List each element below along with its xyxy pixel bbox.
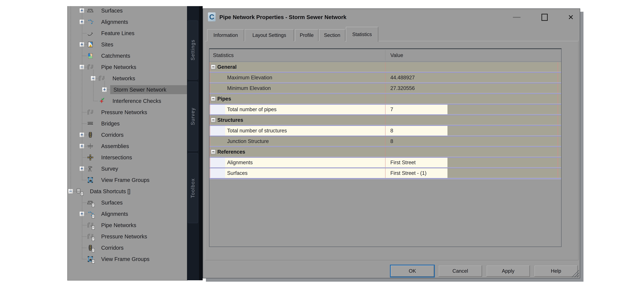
tree-item-intersections[interactable]: Intersections bbox=[68, 153, 188, 162]
tree-item-view-frame-groups[interactable]: View Frame Groups bbox=[68, 176, 188, 185]
column-divider[interactable] bbox=[385, 50, 386, 60]
tree-item-view-frame-groups[interactable]: View Frame Groups bbox=[68, 254, 188, 264]
close-button[interactable]: ✕ bbox=[563, 11, 579, 24]
tree-item-sites[interactable]: +Sites bbox=[68, 40, 188, 49]
group-collapse-minus-icon[interactable]: − bbox=[211, 64, 216, 70]
tree-item-pipe-networks[interactable]: −Pipe Networks bbox=[68, 62, 188, 72]
tree-item-alignments[interactable]: +Alignments bbox=[68, 209, 188, 218]
view-frame-group-shortcut-icon bbox=[87, 256, 94, 262]
corridor-icon bbox=[87, 132, 94, 138]
dialog-titlebar[interactable]: C Pipe Network Properties - Storm Sewer … bbox=[203, 9, 580, 25]
group-collapse-minus-icon[interactable]: − bbox=[211, 150, 216, 154]
side-tab-settings[interactable]: Settings bbox=[188, 20, 198, 80]
table-row-total-number-of-structures[interactable]: Total number of structures8 bbox=[210, 126, 561, 136]
tree-item-label: View Frame Groups bbox=[101, 176, 150, 185]
row-label: Junction Structure bbox=[227, 136, 269, 146]
table-group-row-references[interactable]: −References bbox=[210, 147, 561, 157]
statistics-table: Statistics Value −GeneralMaximum Elevati… bbox=[209, 48, 562, 247]
civil3d-icon: C bbox=[208, 12, 216, 21]
tab-information[interactable]: Information bbox=[207, 29, 244, 41]
row-red-right-border bbox=[558, 84, 558, 93]
column-header-statistics[interactable]: Statistics bbox=[213, 49, 234, 61]
table-row-maximum-elevation[interactable]: Maximum Elevation44.488927 bbox=[210, 73, 561, 82]
tab-profile[interactable]: Profile bbox=[295, 29, 318, 41]
tree-item-catchments[interactable]: Catchments bbox=[68, 51, 188, 60]
tree-item-label: Interference Checks bbox=[112, 96, 161, 106]
tree-item-pipe-networks[interactable]: Pipe Networks bbox=[68, 220, 188, 230]
group-label: Structures bbox=[217, 115, 243, 125]
side-tab-survey[interactable]: Survey bbox=[188, 82, 198, 151]
tree-item-feature-lines[interactable]: Feature Lines bbox=[68, 28, 188, 38]
minimize-button[interactable] bbox=[508, 11, 525, 24]
table-row-total-number-of-pipes[interactable]: Total number of pipes7 bbox=[210, 105, 561, 114]
tree-connector bbox=[82, 259, 86, 259]
group-collapse-minus-icon[interactable]: − bbox=[211, 118, 216, 122]
column-header-value[interactable]: Value bbox=[390, 49, 403, 61]
tree-item-bridges[interactable]: Bridges bbox=[68, 119, 188, 128]
group-collapse-minus-icon[interactable]: − bbox=[211, 96, 216, 101]
row-red-column-divider bbox=[385, 62, 386, 72]
tree-item-surfaces[interactable]: +Surfaces bbox=[68, 6, 188, 15]
maximize-button[interactable] bbox=[536, 11, 553, 24]
site-icon bbox=[87, 41, 94, 48]
tree-item-corridors[interactable]: Corridors bbox=[68, 243, 188, 252]
row-red-column-divider bbox=[385, 94, 386, 104]
shortcut-badge-icon bbox=[92, 237, 95, 241]
tree-item-corridors[interactable]: +Corridors bbox=[68, 130, 188, 140]
tree-item-assemblies[interactable]: +Assemblies bbox=[68, 142, 188, 151]
tab-statistics[interactable]: Statistics bbox=[346, 27, 378, 42]
tree-connector bbox=[84, 168, 87, 169]
row-red-right-border bbox=[558, 168, 558, 178]
table-row-junction-structure[interactable]: Junction Structure8 bbox=[210, 136, 561, 146]
row-red-left-border bbox=[210, 158, 210, 167]
tree-item-surfaces[interactable]: Surfaces bbox=[68, 198, 188, 207]
row-red-column-divider bbox=[385, 115, 386, 125]
row-highlight-indent bbox=[210, 126, 225, 136]
tree-item-networks[interactable]: −Networks bbox=[68, 74, 188, 83]
side-tab-label: Survey bbox=[190, 108, 196, 125]
tree-item-label: Sites bbox=[101, 40, 113, 49]
row-red-right-border bbox=[558, 115, 558, 125]
tab-layout-settings[interactable]: Layout Settings bbox=[245, 29, 294, 41]
pipe-network-shortcut-icon bbox=[87, 233, 94, 240]
catchment-icon bbox=[87, 52, 94, 59]
tree-connector bbox=[82, 236, 86, 237]
side-tab-toolbox[interactable]: Toolbox bbox=[188, 153, 198, 223]
table-group-row-structures[interactable]: −Structures bbox=[210, 115, 561, 125]
cancel-button[interactable]: Cancel bbox=[439, 266, 482, 276]
table-row-alignments[interactable]: AlignmentsFirst Street bbox=[210, 158, 561, 167]
tree-item-label: View Frame Groups bbox=[101, 254, 150, 264]
row-red-column-divider bbox=[385, 73, 386, 82]
ok-button[interactable]: OK bbox=[391, 266, 434, 276]
tree-item-pressure-networks[interactable]: Pressure Networks bbox=[68, 232, 188, 241]
row-highlight-indent bbox=[210, 168, 225, 178]
tree-item-interference-checks[interactable]: Interference Checks bbox=[68, 96, 188, 106]
tree-item-alignments[interactable]: +Alignments bbox=[68, 17, 188, 26]
table-group-row-pipes[interactable]: −Pipes bbox=[210, 94, 561, 104]
table-row-surfaces[interactable]: SurfacesFirst Street - (1) bbox=[210, 168, 561, 178]
shortcut-badge-icon bbox=[92, 226, 95, 230]
row-label: Maximum Elevation bbox=[227, 73, 272, 82]
row-red-right-border bbox=[558, 73, 558, 82]
apply-button[interactable]: Apply bbox=[486, 266, 530, 276]
help-button[interactable]: Help bbox=[534, 266, 578, 276]
row-red-right-border bbox=[558, 62, 558, 72]
tree-item-pressure-networks[interactable]: Pressure Networks bbox=[68, 108, 188, 117]
table-group-row-general[interactable]: −General bbox=[210, 62, 561, 72]
tree-item-label: Corridors bbox=[101, 130, 124, 140]
pipe-network-properties-dialog: C Pipe Network Properties - Storm Sewer … bbox=[203, 8, 580, 278]
maximize-icon bbox=[542, 14, 548, 21]
tree-item-survey[interactable]: +Survey bbox=[68, 164, 188, 173]
tree-item-storm-sewer-network[interactable]: +Storm Sewer Network bbox=[68, 85, 188, 94]
table-header[interactable]: Statistics Value bbox=[210, 49, 561, 62]
row-red-column-divider bbox=[385, 126, 386, 136]
tab-section[interactable]: Section bbox=[319, 29, 345, 41]
tree-item-data-shortcuts[interactable]: −Data Shortcuts [] bbox=[68, 187, 188, 196]
tree-item-label: Feature Lines bbox=[101, 28, 134, 38]
tree-connector bbox=[73, 191, 76, 192]
group-label: Pipes bbox=[217, 94, 231, 104]
table-row-minimum-elevation[interactable]: Minimum Elevation27.320556 bbox=[210, 84, 561, 93]
row-red-right-border bbox=[558, 158, 558, 167]
corridor-shortcut-icon bbox=[87, 244, 94, 251]
minimize-icon bbox=[513, 17, 520, 18]
